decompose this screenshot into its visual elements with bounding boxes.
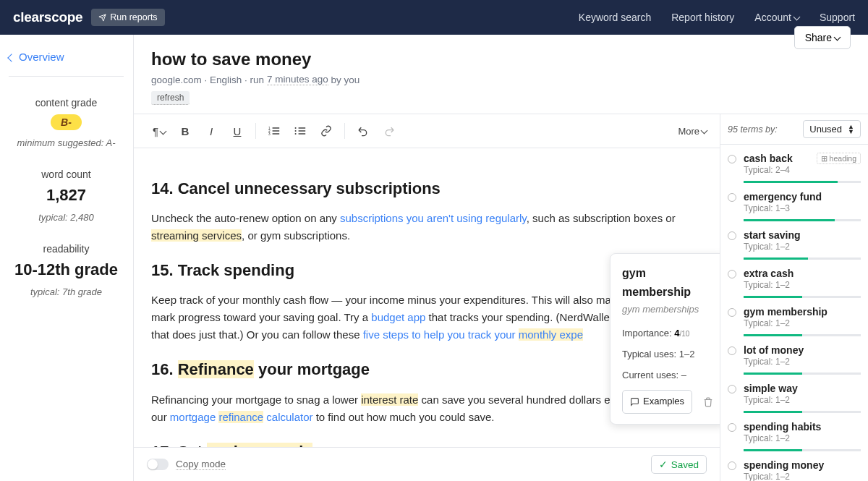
term-radio[interactable] bbox=[728, 423, 736, 432]
brand-logo: clearscope bbox=[13, 9, 82, 25]
content-area: how to save money google.com · English ·… bbox=[133, 35, 868, 481]
run-reports-label: Run reports bbox=[110, 12, 157, 22]
underline-button[interactable]: U bbox=[225, 119, 250, 143]
italic-button[interactable]: I bbox=[199, 119, 224, 143]
term-radio[interactable] bbox=[728, 193, 736, 202]
overview-link[interactable]: Overview bbox=[9, 51, 124, 77]
unordered-list-button[interactable] bbox=[288, 119, 312, 143]
term-row[interactable]: gym membership Typical: 1–2 bbox=[720, 298, 868, 336]
chevron-down-icon bbox=[161, 125, 166, 137]
popup-typical: Typical uses: 1–2 bbox=[622, 347, 713, 362]
more-button[interactable]: More bbox=[678, 126, 707, 137]
link[interactable]: five steps to help you track your bbox=[363, 328, 519, 341]
meta-run-time[interactable]: 7 minutes ago bbox=[267, 74, 328, 85]
metric-word-count: word count 1,827 typical: 2,480 bbox=[9, 169, 124, 223]
term-row[interactable]: emergency fund Typical: 1–3 bbox=[720, 183, 868, 221]
link[interactable]: subscriptions you aren't using regularly bbox=[340, 212, 527, 224]
highlighted-term: streaming services bbox=[151, 229, 242, 242]
examples-button[interactable]: Examples bbox=[622, 390, 692, 414]
terms-list[interactable]: cash back Typical: 2–4 ⊞ heading emergen… bbox=[720, 145, 868, 481]
popup-current: Current uses: – bbox=[622, 368, 713, 383]
term-row[interactable]: start saving Typical: 1–2 bbox=[720, 221, 868, 260]
nav-account[interactable]: Account bbox=[754, 12, 799, 23]
term-row[interactable]: spending habits Typical: 1–2 bbox=[720, 413, 868, 451]
term-radio[interactable] bbox=[728, 155, 736, 163]
link[interactable]: budget app bbox=[371, 311, 425, 323]
editor-body[interactable]: 14. Cancel unnecessary subscriptions Unc… bbox=[134, 148, 720, 447]
term-name: emergency fund bbox=[744, 191, 861, 203]
term-radio[interactable] bbox=[728, 308, 736, 317]
metric-sub: minimum suggested: A- bbox=[9, 137, 124, 148]
term-name: gym membership bbox=[744, 306, 861, 318]
terms-header: 95 terms by: Unused ▲▼ bbox=[720, 114, 868, 145]
chevron-left-icon bbox=[9, 51, 16, 63]
highlighted-term: savings goals bbox=[207, 443, 312, 447]
meta-lang: English bbox=[210, 75, 242, 85]
term-typical: Typical: 1–3 bbox=[744, 203, 861, 213]
chevron-down-icon bbox=[835, 32, 840, 43]
link-button[interactable] bbox=[314, 119, 339, 143]
term-radio[interactable] bbox=[728, 461, 736, 470]
highlighted-term: interest rate bbox=[361, 393, 418, 406]
metric-content-grade: content grade B- minimum suggested: A- bbox=[9, 97, 124, 148]
svg-point-3 bbox=[295, 127, 297, 129]
highlighted-term: Refinance bbox=[178, 360, 254, 378]
term-radio[interactable] bbox=[728, 231, 736, 240]
separator bbox=[255, 123, 256, 139]
editor-footer: Copy mode ✓ Saved bbox=[134, 447, 720, 481]
chevron-down-icon bbox=[794, 12, 799, 23]
term-radio[interactable] bbox=[728, 346, 736, 355]
overview-link-label: Overview bbox=[19, 51, 64, 63]
sidebar: Overview content grade B- minimum sugges… bbox=[0, 35, 133, 481]
term-popup: gym membership gym memberships Importanc… bbox=[610, 253, 720, 425]
bold-button[interactable]: B bbox=[173, 119, 197, 143]
term-radio[interactable] bbox=[728, 270, 736, 278]
copy-mode-toggle[interactable] bbox=[147, 459, 169, 470]
metric-label: content grade bbox=[9, 97, 124, 108]
term-radio[interactable] bbox=[728, 385, 736, 393]
nav-keyword-search[interactable]: Keyword search bbox=[579, 12, 651, 23]
metric-sub: typical: 7th grade bbox=[9, 286, 124, 297]
term-row[interactable]: lot of money Typical: 1–2 bbox=[720, 336, 868, 375]
term-name: start saving bbox=[744, 229, 861, 241]
link[interactable]: mortgage refinance calculator bbox=[170, 411, 313, 423]
paragraph-button[interactable]: ¶ bbox=[147, 119, 171, 143]
term-row[interactable]: cash back Typical: 2–4 ⊞ heading bbox=[720, 145, 868, 183]
run-reports-button[interactable]: Run reports bbox=[91, 9, 164, 26]
grade-pill: B- bbox=[51, 114, 82, 130]
chevron-down-icon bbox=[702, 126, 707, 137]
share-button[interactable]: Share bbox=[794, 26, 851, 49]
term-row[interactable]: extra cash Typical: 1–2 bbox=[720, 260, 868, 298]
term-typical: Typical: 1–2 bbox=[744, 472, 861, 481]
term-row[interactable]: simple way Typical: 1–2 bbox=[720, 375, 868, 413]
heading-17: 17. Set savings goals bbox=[151, 439, 702, 447]
redo-button[interactable] bbox=[377, 119, 401, 143]
meta-run-prefix: run bbox=[250, 75, 265, 85]
metric-sub: typical: 2,480 bbox=[9, 212, 124, 223]
ordered-list-button[interactable]: 123 bbox=[262, 119, 286, 143]
trash-icon[interactable] bbox=[703, 397, 713, 407]
nav-report-history[interactable]: Report history bbox=[671, 12, 734, 23]
metric-value: 10-12th grade bbox=[9, 260, 124, 279]
meta-row: google.com · English · run 7 minutes ago… bbox=[151, 74, 794, 85]
topbar: clearscope Run reports Keyword search Re… bbox=[0, 0, 868, 35]
term-typical: Typical: 1–2 bbox=[744, 433, 861, 443]
nav-support[interactable]: Support bbox=[820, 12, 855, 23]
copy-mode-label: Copy mode bbox=[176, 459, 226, 470]
terms-count-label: 95 terms by: bbox=[728, 124, 778, 135]
term-name: extra cash bbox=[744, 268, 861, 279]
highlighted-term[interactable]: monthly expe bbox=[519, 328, 583, 341]
term-typical: Typical: 1–2 bbox=[744, 242, 861, 252]
more-label: More bbox=[678, 126, 699, 137]
undo-button[interactable] bbox=[351, 119, 375, 143]
refresh-button[interactable]: refresh bbox=[151, 91, 190, 105]
nav-account-label: Account bbox=[754, 12, 791, 23]
editor-toolbar: ¶ B I U 123 More bbox=[134, 114, 720, 148]
svg-text:3: 3 bbox=[268, 132, 271, 136]
saved-label: Saved bbox=[671, 459, 699, 470]
term-name: spending money bbox=[744, 459, 861, 471]
term-row[interactable]: spending money Typical: 1–2 bbox=[720, 451, 868, 481]
terms-sort-select[interactable]: Unused ▲▼ bbox=[803, 120, 861, 138]
metric-label: readability bbox=[9, 243, 124, 255]
page-title: how to save money bbox=[151, 49, 794, 69]
